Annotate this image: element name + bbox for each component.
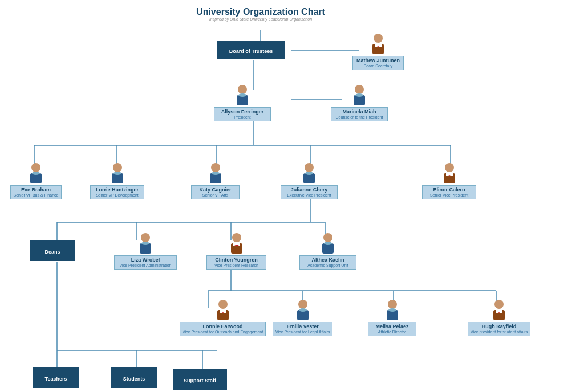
svg-point-44 (211, 163, 220, 172)
lonnie-node: Lonnie Earwood Vice President for Outrea… (180, 299, 266, 336)
lonnie-avatar (214, 299, 232, 322)
maricela-node: Maricela Miah Counselor to the President (331, 84, 388, 121)
svg-point-49 (305, 172, 313, 175)
emilla-avatar (294, 299, 312, 322)
svg-point-57 (232, 233, 241, 242)
allyson-avatar (233, 84, 252, 107)
emilla-node: Emilla Vester Vice President for Legal A… (273, 299, 332, 336)
students-node: Students (111, 368, 157, 388)
julianne-node: Julianne Chery Executive Vice President (281, 162, 338, 199)
lorrie-node: Lorrie Huntzinger Senior VP Development (90, 162, 144, 199)
maricela-avatar (350, 84, 368, 107)
chart-title: University Organization Chart (186, 7, 335, 17)
svg-point-43 (113, 172, 121, 175)
svg-point-63 (324, 242, 332, 245)
svg-point-50 (445, 163, 454, 172)
svg-point-71 (388, 300, 397, 309)
eve-node: Eve Braham Senior VP Bus & Finance (10, 162, 62, 199)
svg-point-61 (323, 233, 332, 242)
clinton-avatar (228, 232, 246, 255)
althea-avatar (319, 232, 337, 255)
svg-point-32 (238, 85, 247, 94)
allyson-node: Allyson Ferringer President (214, 84, 271, 121)
hugh-avatar (490, 299, 508, 322)
svg-point-70 (299, 308, 307, 312)
elinor-avatar (440, 162, 459, 185)
svg-point-74 (494, 300, 504, 309)
julianne-avatar (300, 162, 318, 185)
svg-point-56 (141, 242, 149, 245)
svg-point-38 (31, 163, 40, 172)
katy-avatar (206, 162, 225, 185)
svg-point-68 (298, 300, 307, 309)
svg-point-34 (238, 93, 246, 97)
elinor-node: Elinor Calero Senior Vice President (422, 162, 476, 199)
eve-avatar (27, 162, 45, 185)
mathew-node: Mathew Juntunen Board Secretary (352, 33, 404, 70)
chart-subtitle: Inspired by Ohio State University Leader… (186, 17, 335, 21)
svg-point-46 (212, 172, 220, 175)
org-chart: University Organization Chart Inspired b… (0, 0, 584, 392)
lorrie-avatar (108, 162, 127, 185)
svg-point-73 (388, 308, 396, 312)
board-node: Board of Trustees (217, 41, 285, 59)
deans-node: Deans (30, 240, 75, 261)
hugh-node: Hugh Rayfield Vice president for student… (468, 299, 530, 336)
liza-avatar (136, 232, 155, 255)
mathew-avatar (369, 33, 387, 56)
melisa-node: Melisa Pelaez Athletic Director (368, 299, 416, 336)
liza-node: Liza Wrobel Vice President Administratio… (114, 232, 177, 270)
svg-point-54 (141, 233, 150, 242)
svg-point-28 (374, 34, 383, 43)
althea-node: Althea Kaelin Academic Support Unit (299, 232, 356, 270)
svg-point-40 (32, 172, 40, 175)
support-staff-node: Support Staff (173, 369, 227, 390)
svg-point-35 (355, 85, 364, 94)
chart-title-box: University Organization Chart Inspired b… (181, 3, 340, 25)
melisa-avatar (383, 299, 402, 322)
teachers-node: Teachers (33, 368, 79, 388)
clinton-node: Clinton Youngren Vice President Research (206, 232, 266, 270)
svg-point-41 (113, 163, 122, 172)
svg-point-47 (305, 163, 314, 172)
katy-node: Katy Gagnier Senior VP Arts (191, 162, 240, 199)
svg-point-37 (355, 93, 363, 97)
svg-point-64 (218, 300, 228, 309)
